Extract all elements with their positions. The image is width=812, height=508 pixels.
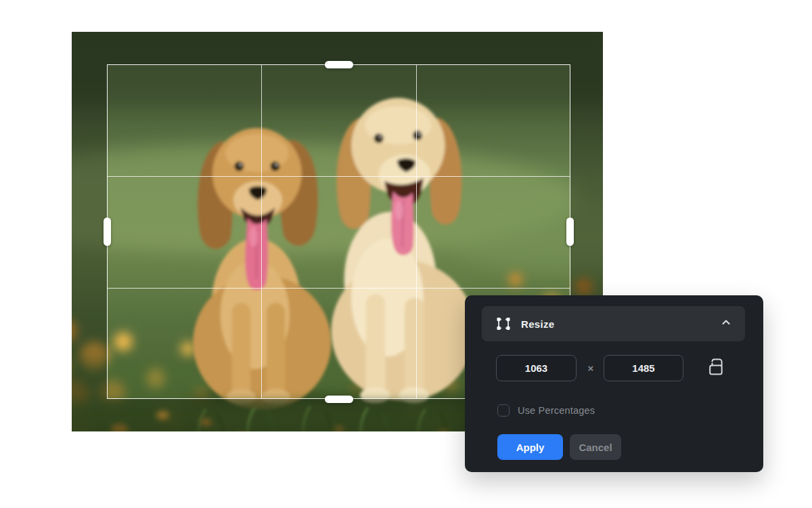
- crop-handle-top[interactable]: [325, 61, 353, 68]
- panel-title: Resize: [521, 318, 554, 330]
- panel-buttons: Apply Cancel: [497, 434, 621, 460]
- resize-panel: Resize ×: [465, 295, 763, 472]
- apply-button[interactable]: Apply: [497, 434, 563, 460]
- use-percentages-label: Use Percentages: [518, 405, 595, 416]
- transform-icon: [497, 317, 510, 331]
- editor-stage: Resize ×: [0, 0, 812, 508]
- crop-handle-left[interactable]: [104, 217, 111, 246]
- crop-handle-bottom[interactable]: [325, 396, 353, 403]
- resize-panel-header[interactable]: Resize: [482, 306, 745, 341]
- crop-handle-right[interactable]: [566, 217, 574, 246]
- use-percentages-toggle[interactable]: Use Percentages: [497, 404, 595, 417]
- width-input[interactable]: [496, 355, 577, 381]
- dimensions-row: ×: [465, 355, 763, 381]
- chevron-up-icon[interactable]: [721, 317, 731, 328]
- aspect-lock-button[interactable]: [705, 357, 727, 379]
- cancel-button[interactable]: Cancel: [570, 434, 621, 460]
- use-percentages-checkbox[interactable]: [497, 404, 510, 417]
- height-input[interactable]: [604, 355, 683, 381]
- unlock-icon: [708, 358, 724, 378]
- dimension-separator: ×: [584, 355, 597, 381]
